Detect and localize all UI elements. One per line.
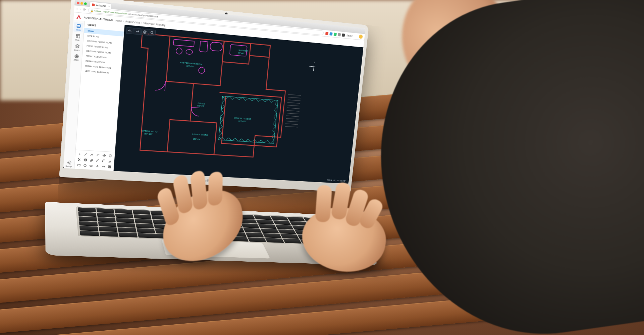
- tool-line[interactable]: [83, 152, 89, 157]
- url-host: web.autocad.com: [110, 11, 127, 15]
- tool-rectangle[interactable]: [76, 162, 82, 168]
- svg-point-10: [84, 164, 87, 166]
- laptop-lid: MacBook Air AutoCAD ×: [59, 0, 369, 192]
- svg-point-11: [90, 165, 93, 167]
- extension-icon[interactable]: [333, 32, 336, 36]
- tab-close-icon[interactable]: ×: [108, 5, 110, 8]
- saved-status: Saved: [346, 34, 353, 37]
- window-maximize-button[interactable]: [84, 2, 87, 5]
- svg-point-19: [198, 67, 205, 74]
- extension-icon[interactable]: [325, 32, 328, 35]
- canvas-layers-button[interactable]: [141, 28, 148, 36]
- properties-icon: [75, 34, 80, 39]
- svg-text:DRESS: DRESS: [198, 102, 205, 105]
- rail-item-properties[interactable]: Prop.: [73, 32, 83, 43]
- autocad-logo-icon: [76, 14, 81, 19]
- breadcrumb-item[interactable]: Andrew's Villa: [125, 20, 140, 24]
- floor-plan: SHOWER 7'3"×4'0" MASTER BATH ROOM 13'0"×…: [114, 25, 364, 184]
- svg-point-3: [68, 162, 70, 163]
- tool-circle[interactable]: [82, 163, 88, 168]
- extension-icon[interactable]: [342, 33, 345, 37]
- canvas-undo-button[interactable]: [126, 27, 134, 34]
- svg-text:16'9"×15'0": 16'9"×15'0": [144, 133, 153, 135]
- tool-arc[interactable]: [95, 152, 101, 157]
- tool-fillet[interactable]: [101, 158, 107, 163]
- tool-ellipse[interactable]: [88, 163, 94, 168]
- drawing-canvas[interactable]: 748'-4 1/8", 67'-11 7/8": [114, 25, 364, 184]
- tool-erase[interactable]: [107, 159, 113, 164]
- extension-icon[interactable]: [337, 33, 340, 36]
- svg-text:10'0"×8'0": 10'0"×8'0": [197, 105, 205, 108]
- gear-icon: [67, 160, 72, 165]
- window-close-button[interactable]: [77, 2, 79, 4]
- svg-rect-15: [173, 39, 194, 47]
- svg-text:WALK IN CLOSET: WALK IN CLOSET: [234, 117, 251, 120]
- svg-text:LINNEN STORE: LINNEN STORE: [192, 133, 208, 136]
- svg-point-4: [79, 154, 80, 154]
- tool-point[interactable]: [77, 151, 83, 157]
- rail-item-xref[interactable]: XREF: [71, 53, 82, 63]
- screen: AutoCAD × ‹ › ⟳ 🔒 Secure | https://web.a…: [63, 0, 366, 184]
- rail-item-layers[interactable]: Layers: [72, 43, 82, 53]
- tab-title: AutoCAD: [96, 4, 106, 7]
- tool-trim[interactable]: [76, 157, 82, 162]
- svg-text:MASTER BATH ROOM: MASTER BATH ROOM: [180, 62, 202, 66]
- svg-rect-0: [77, 24, 80, 27]
- canvas-redo-button[interactable]: [133, 28, 141, 35]
- tool-move[interactable]: [101, 153, 107, 158]
- breadcrumb-item[interactable]: Home: [116, 19, 122, 22]
- extension-icon[interactable]: [329, 32, 332, 36]
- canvas-search-button[interactable]: [148, 29, 156, 36]
- svg-rect-9: [77, 164, 80, 166]
- extension-icons: [325, 32, 345, 37]
- window-minimize-button[interactable]: [80, 2, 83, 5]
- tool-rotate[interactable]: [107, 153, 113, 158]
- drawing-toolbox: [74, 150, 115, 171]
- tool-offset[interactable]: [95, 158, 101, 163]
- svg-point-13: [151, 31, 153, 34]
- app-title: AUTODESK AUTOCAD: [84, 16, 113, 21]
- autocad-favicon-icon: [92, 3, 95, 6]
- nav-reload-icon[interactable]: ⟳: [83, 8, 86, 12]
- svg-text:SITTING ROOM: SITTING ROOM: [142, 130, 158, 133]
- svg-text:7'3"×4'0": 7'3"×4'0": [238, 52, 245, 54]
- svg-text:SHOWER: SHOWER: [238, 49, 248, 52]
- more-icon[interactable]: ⋮: [354, 34, 357, 38]
- svg-text:10'0"×6'9": 10'0"×6'9": [193, 138, 201, 140]
- layers-icon: [74, 44, 79, 49]
- lock-icon: 🔒: [91, 9, 93, 12]
- xref-icon: [74, 54, 79, 59]
- nav-forward-icon[interactable]: ›: [79, 7, 81, 11]
- tool-hatch[interactable]: [107, 164, 112, 169]
- rail-item-settings[interactable]: Settings: [64, 159, 74, 169]
- svg-point-6: [78, 158, 78, 159]
- svg-rect-8: [91, 159, 93, 161]
- svg-point-16: [176, 48, 182, 54]
- tool-polyline[interactable]: [89, 152, 95, 157]
- svg-text:11'6"×15'0": 11'6"×15'0": [238, 120, 247, 123]
- svg-rect-1: [76, 34, 79, 38]
- breadcrumb-item[interactable]: Villa Project Alt B.dwg: [143, 22, 165, 26]
- tool-text[interactable]: [94, 163, 100, 169]
- nav-back-icon[interactable]: ‹: [76, 7, 78, 11]
- rail-item-views[interactable]: Views: [73, 22, 84, 32]
- url-secure-label: Secure | https://: [94, 9, 110, 13]
- svg-point-17: [186, 49, 193, 55]
- user-avatar[interactable]: [359, 35, 363, 39]
- tool-dimension[interactable]: [101, 164, 106, 169]
- url-path: /#/canvas.html?pid=509932858: [128, 13, 158, 18]
- svg-rect-20: [210, 42, 223, 51]
- svg-text:13'0"×10'9": 13'0"×10'9": [186, 65, 195, 68]
- svg-rect-18: [200, 41, 208, 52]
- tool-scale[interactable]: [89, 158, 94, 163]
- views-icon: [76, 23, 81, 28]
- tool-mirror[interactable]: [83, 157, 88, 162]
